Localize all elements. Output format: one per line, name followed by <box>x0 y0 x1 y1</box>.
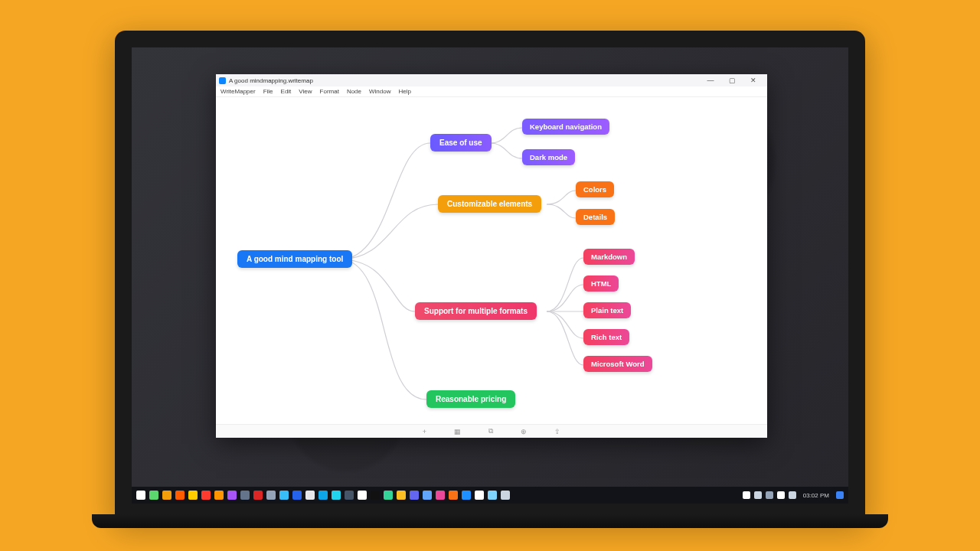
taskbar-app-icon-12[interactable] <box>292 491 302 500</box>
taskbar-pinned-apps <box>136 491 510 500</box>
toolbar-grid-icon[interactable]: ▦ <box>454 428 461 435</box>
toolbar-export-icon[interactable]: ⇪ <box>554 428 560 435</box>
node-support-formats[interactable]: Support for multiple formats <box>415 302 537 320</box>
taskbar-app-icon-21[interactable] <box>410 491 419 500</box>
taskbar-app-icon-22[interactable] <box>423 491 432 500</box>
taskbar-app-icon-0[interactable] <box>136 491 145 500</box>
node-details[interactable]: Details <box>576 209 615 225</box>
toolbar-copy-icon[interactable]: ⧉ <box>488 427 493 435</box>
taskbar-app-icon-24[interactable] <box>449 491 458 500</box>
toolbar-zoom-icon[interactable]: ⊕ <box>521 428 527 435</box>
mindmap-canvas[interactable]: A good mind mapping tool Ease of use Key… <box>216 97 767 424</box>
taskbar-app-icon-19[interactable] <box>384 491 393 500</box>
taskbar-app-icon-23[interactable] <box>436 491 445 500</box>
writemapper-window: A good mindmapping.writemap — ▢ ✕ WriteM… <box>216 74 767 438</box>
node-html[interactable]: HTML <box>583 276 619 292</box>
node-plain-text[interactable]: Plain text <box>583 302 631 318</box>
taskbar-app-icon-26[interactable] <box>475 491 484 500</box>
node-dark-mode[interactable]: Dark mode <box>522 149 575 165</box>
taskbar-tray <box>743 491 796 499</box>
window-title: A good mindmapping.writemap <box>229 77 700 84</box>
taskbar-app-icon-28[interactable] <box>501 491 510 500</box>
menu-view[interactable]: View <box>299 88 312 95</box>
laptop-screen: A good mindmapping.writemap — ▢ ✕ WriteM… <box>132 47 848 504</box>
taskbar-app-icon-1[interactable] <box>149 491 158 500</box>
taskbar-clock[interactable]: 03:02 PM <box>803 492 829 499</box>
taskbar-app-icon-20[interactable] <box>397 491 406 500</box>
taskbar-app-icon-10[interactable] <box>266 491 276 500</box>
tray-icon-4[interactable] <box>789 491 796 499</box>
taskbar-app-icon-11[interactable] <box>279 491 289 500</box>
taskbar-app-icon-15[interactable] <box>332 491 341 500</box>
taskbar-app-icon-3[interactable] <box>175 491 185 500</box>
menu-bar: WriteMapper File Edit View Format Node W… <box>216 86 767 97</box>
taskbar-app-icon-17[interactable] <box>358 491 367 500</box>
taskbar-app-icon-27[interactable] <box>488 491 497 500</box>
taskbar-app-icon-2[interactable] <box>162 491 172 500</box>
toolbar-add-icon[interactable]: + <box>423 428 426 435</box>
taskbar-app-icon-8[interactable] <box>240 491 250 500</box>
node-ease-of-use[interactable]: Ease of use <box>430 134 492 152</box>
window-titlebar[interactable]: A good mindmapping.writemap — ▢ ✕ <box>216 74 767 86</box>
node-markdown[interactable]: Markdown <box>583 249 635 265</box>
node-root[interactable]: A good mind mapping tool <box>237 250 352 268</box>
window-maximize-button[interactable]: ▢ <box>721 77 743 84</box>
tray-icon-0[interactable] <box>743 491 750 499</box>
laptop-base <box>92 514 888 528</box>
node-microsoft-word[interactable]: Microsoft Word <box>583 356 652 372</box>
taskbar-app-icon-14[interactable] <box>318 491 328 500</box>
app-icon <box>219 77 226 84</box>
taskbar-app-icon-16[interactable] <box>345 491 354 500</box>
window-minimize-button[interactable]: — <box>700 77 721 84</box>
menu-format[interactable]: Format <box>320 88 339 95</box>
taskbar-app-icon-9[interactable] <box>253 491 263 500</box>
node-colors[interactable]: Colors <box>576 181 614 197</box>
node-reasonable-pricing[interactable]: Reasonable pricing <box>426 390 515 408</box>
menu-writemapper[interactable]: WriteMapper <box>220 88 256 95</box>
tray-icon-3[interactable] <box>777 491 785 499</box>
bottom-toolbar: + ▦ ⧉ ⊕ ⇪ <box>216 424 767 438</box>
taskbar-app-icon-25[interactable] <box>462 491 471 500</box>
menu-window[interactable]: Window <box>369 88 390 95</box>
taskbar-app-icon-6[interactable] <box>214 491 224 500</box>
taskbar-app-icon-5[interactable] <box>201 491 211 500</box>
windows-taskbar[interactable]: 03:02 PM <box>132 487 848 504</box>
node-rich-text[interactable]: Rich text <box>583 329 629 345</box>
taskbar-app-icon-18[interactable] <box>371 491 380 500</box>
taskbar-notifications-icon[interactable] <box>836 491 844 499</box>
menu-node[interactable]: Node <box>347 88 361 95</box>
taskbar-app-icon-13[interactable] <box>305 491 315 500</box>
menu-help[interactable]: Help <box>398 88 410 95</box>
menu-edit[interactable]: Edit <box>281 88 292 95</box>
node-customizable-elements[interactable]: Customizable elements <box>438 195 541 213</box>
laptop-frame: A good mindmapping.writemap — ▢ ✕ WriteM… <box>115 31 865 520</box>
taskbar-app-icon-7[interactable] <box>227 491 237 500</box>
tray-icon-2[interactable] <box>766 491 773 499</box>
tray-icon-1[interactable] <box>754 491 762 499</box>
node-keyboard-navigation[interactable]: Keyboard navigation <box>522 119 609 135</box>
window-close-button[interactable]: ✕ <box>743 77 764 84</box>
taskbar-app-icon-4[interactable] <box>188 491 198 500</box>
menu-file[interactable]: File <box>263 88 273 95</box>
